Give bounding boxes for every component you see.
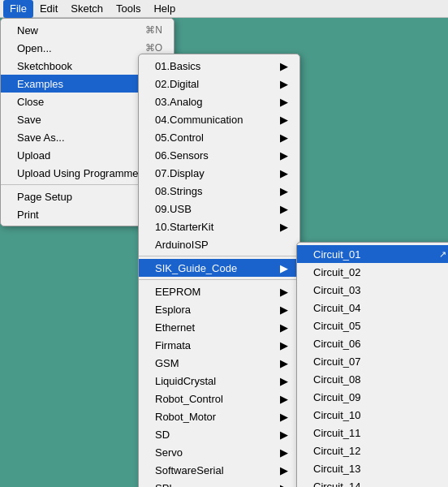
example-sd[interactable]: SD ▶ <box>139 425 299 443</box>
example-05-control[interactable]: 05.Control ▶ <box>139 128 299 146</box>
example-servo[interactable]: Servo ▶ <box>139 443 299 461</box>
submenu-arrow: ▶ <box>280 149 288 162</box>
example-spi[interactable]: SPI ▶ <box>139 479 299 487</box>
submenu-arrow: ▶ <box>280 114 288 126</box>
submenu-arrow: ▶ <box>280 78 288 90</box>
circuit-07[interactable]: Circuit_07 <box>297 352 448 370</box>
circuits-submenu: Circuit_01 ↗ Circuit_02 Circuit_03 Circu… <box>296 242 448 487</box>
example-arduinoisp[interactable]: ArduinoISP <box>139 235 299 253</box>
menu-sketch[interactable]: Sketch <box>64 0 110 18</box>
example-robot-control[interactable]: Robot_Control ▶ <box>139 390 299 407</box>
submenu-arrow: ▶ <box>280 393 288 405</box>
example-02-digital[interactable]: 02.Digital ▶ <box>139 75 299 93</box>
examples-separator2 <box>139 279 299 280</box>
submenu-arrow: ▶ <box>280 482 288 488</box>
submenu-arrow: ▶ <box>280 304 288 316</box>
examples-submenu: 01.Basics ▶ 02.Digital ▶ 03.Analog ▶ 04.… <box>138 54 300 487</box>
menu-edit[interactable]: Edit <box>33 0 64 18</box>
circuit-08[interactable]: Circuit_08 <box>297 370 448 388</box>
cursor-indicator: ↗ <box>439 249 446 260</box>
submenu-arrow: ▶ <box>280 339 288 351</box>
example-robot-motor[interactable]: Robot_Motor ▶ <box>139 407 299 425</box>
circuit-10[interactable]: Circuit_10 <box>297 406 448 424</box>
circuit-03[interactable]: Circuit_03 <box>297 281 448 299</box>
submenu-arrow: ▶ <box>280 286 288 298</box>
submenu-arrow: ▶ <box>280 464 288 476</box>
circuit-01[interactable]: Circuit_01 ↗ <box>297 245 448 263</box>
circuit-12[interactable]: Circuit_12 <box>297 442 448 459</box>
example-sik-guide-code[interactable]: SIK_Guide_Code ▶ <box>139 259 299 277</box>
example-08-strings[interactable]: 08.Strings ▶ <box>139 182 299 200</box>
menu-bar: File Edit Sketch Tools Help <box>0 0 448 18</box>
example-03-analog[interactable]: 03.Analog ▶ <box>139 93 299 110</box>
example-01-basics[interactable]: 01.Basics ▶ <box>139 57 299 75</box>
circuit-05[interactable]: Circuit_05 <box>297 317 448 334</box>
submenu-arrow: ▶ <box>280 357 288 369</box>
submenu-arrow: ▶ <box>280 185 288 197</box>
example-09-usb[interactable]: 09.USB ▶ <box>139 200 299 218</box>
menu-help[interactable]: Help <box>147 0 182 18</box>
submenu-arrow: ▶ <box>280 96 288 108</box>
example-liquidcrystal[interactable]: LiquidCrystal ▶ <box>139 372 299 390</box>
circuit-06[interactable]: Circuit_06 <box>297 334 448 352</box>
example-gsm[interactable]: GSM ▶ <box>139 354 299 372</box>
menu-tools[interactable]: Tools <box>110 0 147 18</box>
submenu-arrow: ▶ <box>280 262 288 274</box>
submenu-arrow: ▶ <box>280 375 288 387</box>
circuit-14[interactable]: Circuit_14 <box>297 477 448 487</box>
submenu-arrow: ▶ <box>280 60 288 72</box>
example-10-starterkit[interactable]: 10.StarterKit ▶ <box>139 218 299 235</box>
examples-separator <box>139 256 299 256</box>
circuit-02[interactable]: Circuit_02 <box>297 263 448 281</box>
submenu-arrow: ▶ <box>280 221 288 233</box>
submenu-arrow: ▶ <box>280 131 288 144</box>
example-firmata[interactable]: Firmata ▶ <box>139 336 299 354</box>
example-04-communication[interactable]: 04.Communication ▶ <box>139 110 299 128</box>
submenu-arrow: ▶ <box>280 411 288 423</box>
menu-file[interactable]: File <box>3 0 33 18</box>
submenu-arrow: ▶ <box>280 446 288 459</box>
example-softwareserial[interactable]: SoftwareSerial ▶ <box>139 461 299 479</box>
example-06-sensors[interactable]: 06.Sensors ▶ <box>139 146 299 164</box>
circuit-13[interactable]: Circuit_13 <box>297 459 448 477</box>
example-eeprom[interactable]: EEPROM ▶ <box>139 282 299 300</box>
submenu-arrow: ▶ <box>280 203 288 215</box>
example-ethernet[interactable]: Ethernet ▶ <box>139 318 299 336</box>
submenu-arrow: ▶ <box>280 429 288 441</box>
example-esplora[interactable]: Esplora ▶ <box>139 300 299 318</box>
circuit-11[interactable]: Circuit_11 <box>297 424 448 442</box>
submenu-arrow: ▶ <box>280 167 288 179</box>
circuit-09[interactable]: Circuit_09 <box>297 388 448 406</box>
menu-new[interactable]: New ⌘N <box>1 21 174 39</box>
example-07-display[interactable]: 07.Display ▶ <box>139 164 299 182</box>
circuit-04[interactable]: Circuit_04 <box>297 299 448 317</box>
submenu-arrow: ▶ <box>280 321 288 334</box>
